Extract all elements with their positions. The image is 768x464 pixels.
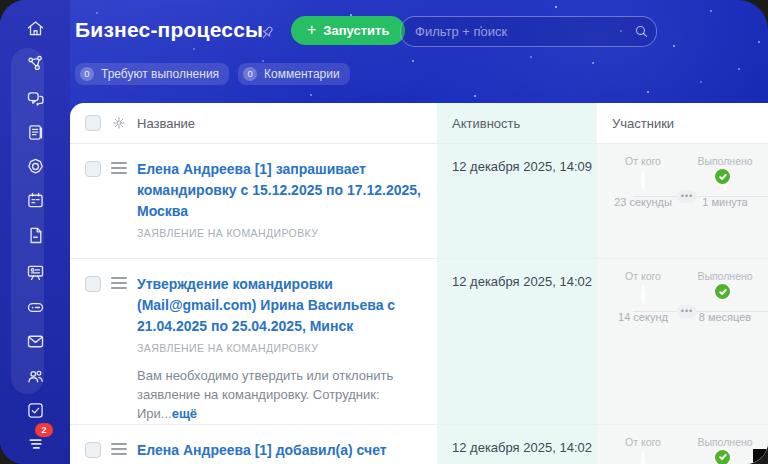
done-label: Выполнено bbox=[697, 270, 752, 282]
whiteboard-icon bbox=[25, 262, 46, 287]
ellipsis-icon[interactable]: ••• bbox=[677, 305, 697, 318]
table-row: Елена Андреева [1] добавил(а) счет "Сырь… bbox=[70, 425, 768, 464]
from-time: 23 секунды bbox=[614, 196, 672, 208]
sidebar-item-drive[interactable] bbox=[9, 294, 61, 324]
participants-cell: От кого 23 секунды Выполнено 1 минута bbox=[597, 144, 768, 258]
sidebar-item-feed[interactable]: 2 bbox=[9, 430, 61, 460]
select-all-checkbox[interactable] bbox=[85, 115, 101, 131]
sidebar-item-tasks[interactable] bbox=[9, 397, 61, 427]
from-label: От кого bbox=[625, 270, 661, 282]
from-label: От кого bbox=[625, 436, 661, 448]
process-type-label: ЗАЯВЛЕНИЕ НА КОМАНДИРОВКУ bbox=[137, 227, 425, 239]
page-title: Бизнес-процессы bbox=[75, 18, 263, 42]
home-icon bbox=[25, 18, 46, 43]
calendar-icon bbox=[25, 190, 46, 215]
avatar[interactable] bbox=[641, 451, 645, 464]
sidebar-item-home[interactable] bbox=[9, 15, 61, 45]
participants-cell: От кого 25 секунд Выполнено 7 месяцев bbox=[597, 425, 768, 464]
completed-check-icon bbox=[713, 282, 732, 301]
process-title-link[interactable]: Утверждение командировки (Mail@gmail.com… bbox=[137, 274, 425, 337]
row-menu-icon[interactable] bbox=[111, 443, 127, 455]
column-header-activity[interactable]: Активность bbox=[452, 116, 520, 131]
done-label: Выполнено bbox=[697, 436, 752, 448]
table-rows: Елена Андреева [1] запрашивает командиро… bbox=[70, 144, 768, 464]
completed-check-icon bbox=[713, 167, 732, 186]
sidebar-item-crm[interactable] bbox=[9, 153, 61, 183]
table-row: Елена Андреева [1] запрашивает командиро… bbox=[70, 144, 768, 259]
from-time: 14 секунд bbox=[618, 311, 668, 323]
row-menu-icon[interactable] bbox=[111, 277, 127, 289]
table-row: Утверждение командировки (Mail@gmail.com… bbox=[70, 259, 768, 425]
sidebar-item-calendar[interactable] bbox=[9, 187, 61, 217]
mail-icon bbox=[25, 331, 46, 356]
chip-label: Требуют выполнения bbox=[101, 67, 219, 81]
activity-date: 12 декабря 2025, 14:02 bbox=[437, 425, 597, 464]
filter-search bbox=[400, 16, 657, 47]
avatar[interactable] bbox=[641, 170, 645, 191]
done-label: Выполнено bbox=[697, 155, 752, 167]
ellipsis-icon[interactable]: ••• bbox=[677, 190, 697, 203]
more-link[interactable]: ещё bbox=[172, 406, 197, 421]
sidebar-item-whiteboard[interactable] bbox=[9, 259, 61, 289]
search-icon[interactable] bbox=[626, 23, 656, 40]
activity-date: 12 декабря 2025, 14:02 bbox=[437, 259, 597, 424]
chip-comments[interactable]: 0 Комментарии bbox=[238, 63, 350, 85]
done-time: 1 минута bbox=[702, 196, 748, 208]
sidebar-item-automation[interactable] bbox=[9, 50, 61, 80]
column-header-name[interactable]: Название bbox=[137, 116, 195, 131]
done-time: 8 месяцев bbox=[699, 311, 751, 323]
news-icon bbox=[25, 122, 46, 147]
avatar[interactable] bbox=[641, 285, 645, 306]
run-process-button[interactable]: + Запустить bbox=[291, 16, 405, 45]
chip-count: 0 bbox=[80, 67, 94, 81]
sidebar: 2 bbox=[0, 0, 70, 464]
sidebar-item-documents[interactable] bbox=[9, 222, 61, 252]
network-icon bbox=[25, 53, 46, 78]
process-title-link[interactable]: Елена Андреева [1] запрашивает командиро… bbox=[137, 159, 425, 222]
column-header-participants[interactable]: Участники bbox=[612, 116, 674, 131]
process-table-panel: Название Активность Участники Елена Андр… bbox=[70, 103, 768, 464]
gear-icon[interactable] bbox=[111, 115, 127, 131]
row-checkbox[interactable] bbox=[85, 276, 101, 292]
process-type-label: ЗАЯВЛЕНИЕ НА КОМАНДИРОВКУ bbox=[137, 342, 425, 354]
sidebar-item-mail[interactable] bbox=[9, 328, 61, 358]
row-menu-icon[interactable] bbox=[111, 162, 127, 174]
from-label: От кого bbox=[625, 155, 661, 167]
sidebar-item-news[interactable] bbox=[9, 119, 61, 149]
process-description: Вам необходимо утвердить или отклонить з… bbox=[137, 367, 425, 424]
drive-icon bbox=[25, 297, 46, 322]
filter-chips: 0 Требуют выполнения 0 Комментарии bbox=[75, 63, 350, 85]
chip-label: Комментарии bbox=[264, 67, 340, 81]
participants-cell: От кого 14 секунд Выполнено 8 месяцев bbox=[597, 259, 768, 424]
process-title-link[interactable]: Елена Андреева [1] добавил(а) счет "Сырь… bbox=[137, 440, 425, 464]
chip-count: 0 bbox=[243, 67, 257, 81]
corner-artifact bbox=[753, 449, 768, 464]
completed-check-icon bbox=[713, 448, 732, 464]
app-window: 2 Бизнес-процессы + Запустить 0 Требуют … bbox=[0, 0, 768, 464]
document-icon bbox=[25, 225, 46, 250]
search-input[interactable] bbox=[401, 24, 626, 39]
plus-icon: + bbox=[307, 22, 316, 38]
row-checkbox[interactable] bbox=[85, 442, 101, 458]
table-header: Название Активность Участники bbox=[70, 103, 768, 144]
notification-badge: 2 bbox=[35, 423, 53, 437]
sidebar-item-groups[interactable] bbox=[9, 363, 61, 393]
row-checkbox[interactable] bbox=[85, 161, 101, 177]
activity-date: 12 декабря 2025, 14:09 bbox=[437, 144, 597, 258]
chip-need-action[interactable]: 0 Требуют выполнения bbox=[75, 63, 229, 85]
target-icon bbox=[25, 156, 46, 181]
run-button-label: Запустить bbox=[323, 23, 389, 38]
sidebar-item-chats[interactable] bbox=[9, 85, 61, 115]
tasks-check-icon bbox=[25, 400, 46, 425]
chats-icon bbox=[25, 88, 46, 113]
people-icon bbox=[25, 366, 46, 391]
